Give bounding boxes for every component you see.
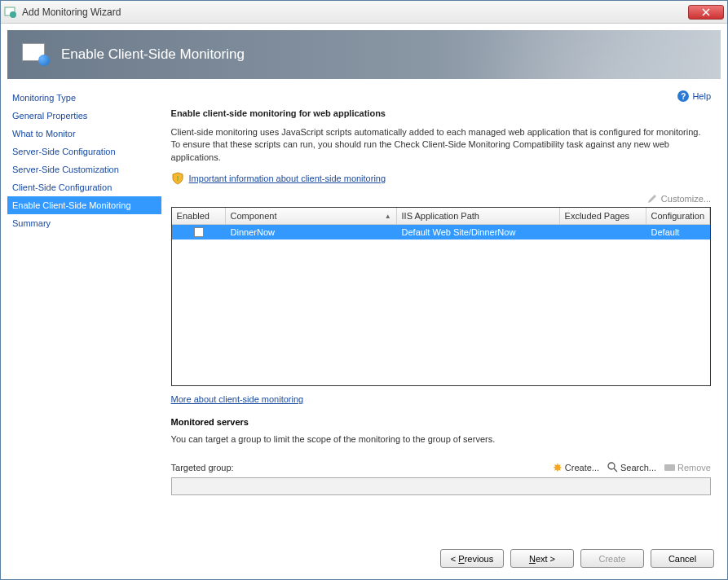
- previous-button[interactable]: < Previous: [440, 549, 504, 568]
- targeted-group-label: Targeted group:: [171, 463, 234, 472]
- cell-component: DinnerNow: [226, 226, 397, 238]
- svg-line-4: [614, 468, 617, 472]
- svg-point-1: [10, 11, 16, 18]
- section-heading: Enable client-side monitoring for web ap…: [171, 108, 711, 118]
- remove-group-button: Remove: [664, 463, 711, 472]
- titlebar: Add Monitoring Wizard: [1, 1, 727, 24]
- svg-point-3: [608, 463, 615, 469]
- banner-icon: [22, 43, 50, 66]
- banner: Enable Client-Side Monitoring: [7, 30, 721, 79]
- cell-configuration: Default: [646, 226, 710, 238]
- sidebar-item-server-side-configuration[interactable]: Server-Side Configuration: [7, 143, 161, 160]
- app-icon: [4, 6, 17, 19]
- targeted-group-row: Targeted group: ✸ Create... Search... Re…: [171, 461, 711, 474]
- more-link-row: More about client-side monitoring: [171, 394, 711, 404]
- targeted-group-input[interactable]: [171, 477, 711, 495]
- create-button: Create: [580, 549, 644, 568]
- footer: < Previous Next > Create Cancel: [1, 538, 727, 579]
- monitored-servers-heading: Monitored servers: [171, 417, 711, 427]
- sidebar-item-monitoring-type[interactable]: Monitoring Type: [7, 89, 161, 107]
- cell-iis: Default Web Site/DinnerNow: [397, 226, 560, 238]
- customize-row: Customize...: [171, 193, 711, 204]
- enabled-checkbox[interactable]: [194, 227, 204, 237]
- sidebar-item-summary[interactable]: Summary: [7, 214, 161, 232]
- body: Monitoring Type General Properties What …: [1, 79, 727, 538]
- monitored-servers-desc: You can target a group to limit the scop…: [171, 433, 711, 446]
- remove-icon: [664, 464, 675, 471]
- sort-asc-icon: ▲: [385, 213, 391, 220]
- sidebar-item-server-side-customization[interactable]: Server-Side Customization: [7, 160, 161, 178]
- column-header-iis[interactable]: IIS Application Path: [397, 208, 560, 224]
- column-header-enabled[interactable]: Enabled: [172, 208, 226, 224]
- wizard-window: Add Monitoring Wizard Enable Client-Side…: [0, 0, 728, 580]
- svg-text:!: !: [176, 174, 179, 182]
- cancel-button[interactable]: Cancel: [651, 549, 714, 568]
- grid-header: Enabled Component▲ IIS Application Path …: [172, 208, 710, 225]
- help-link[interactable]: Help: [692, 91, 711, 101]
- window-title: Add Monitoring Wizard: [22, 7, 688, 18]
- sidebar-item-what-to-monitor[interactable]: What to Monitor: [7, 125, 161, 143]
- pencil-icon: [646, 193, 658, 204]
- sidebar-item-client-side-configuration[interactable]: Client-Side Configuration: [7, 178, 161, 196]
- next-button[interactable]: Next >: [510, 549, 574, 568]
- help-row: ? Help: [171, 90, 711, 102]
- more-about-link[interactable]: More about client-side monitoring: [171, 394, 304, 404]
- search-icon: [607, 462, 618, 472]
- column-header-configuration[interactable]: Configuration: [646, 208, 710, 224]
- components-grid: Enabled Component▲ IIS Application Path …: [171, 207, 711, 386]
- content-panel: ? Help Enable client-side monitoring for…: [161, 86, 721, 538]
- close-button[interactable]: [688, 5, 724, 20]
- sidebar-item-enable-client-side-monitoring[interactable]: Enable Client-Side Monitoring: [7, 196, 161, 214]
- description-text: Client-side monitoring uses JavaScript s…: [171, 126, 711, 164]
- close-icon: [702, 8, 710, 16]
- customize-button[interactable]: Customize...: [661, 194, 711, 204]
- column-header-component[interactable]: Component▲: [226, 208, 397, 224]
- sidebar-item-general-properties[interactable]: General Properties: [7, 107, 161, 125]
- table-row[interactable]: DinnerNow Default Web Site/DinnerNow Def…: [172, 225, 710, 239]
- important-info-link[interactable]: Important information about client-side …: [189, 174, 386, 183]
- sidebar: Monitoring Type General Properties What …: [7, 86, 161, 538]
- important-info-row: ! Important information about client-sid…: [171, 172, 711, 185]
- column-header-excluded[interactable]: Excluded Pages: [560, 208, 646, 224]
- targeted-actions: ✸ Create... Search... Remove: [553, 461, 711, 474]
- star-icon: ✸: [553, 461, 563, 474]
- create-group-button[interactable]: ✸ Create...: [553, 461, 599, 474]
- cell-enabled: [172, 226, 226, 238]
- banner-title: Enable Client-Side Monitoring: [61, 46, 245, 63]
- search-group-button[interactable]: Search...: [607, 462, 656, 472]
- shield-icon: !: [171, 172, 184, 185]
- help-icon: ?: [677, 90, 689, 102]
- cell-excluded: [560, 231, 646, 233]
